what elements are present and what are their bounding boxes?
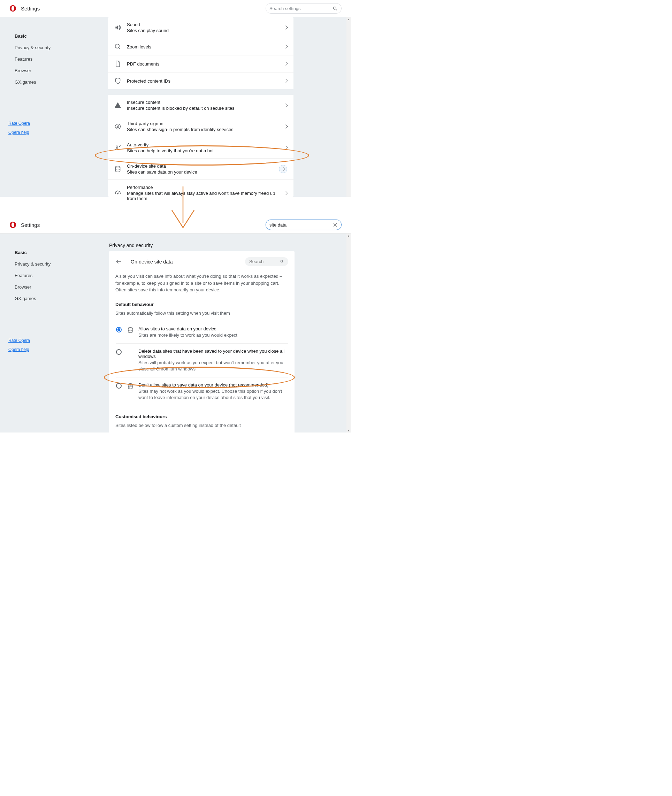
row-insecure[interactable]: Insecure contentInsecure content is bloc…	[108, 95, 293, 116]
row-performance[interactable]: PerformanceManage sites that will always…	[108, 179, 293, 206]
settings-card: SoundSites can play sound Zoom levels PD…	[108, 17, 293, 197]
row-ondevice[interactable]: On-device site dataSites can save data o…	[108, 158, 293, 179]
chevron-right-icon	[284, 125, 288, 128]
row-subtitle: Sites can play sound	[127, 28, 285, 33]
body: Basic Privacy & security Features Browse…	[0, 233, 350, 433]
row-subtitle: Sites can show sign-in prompts from iden…	[127, 127, 285, 132]
row-thirdparty[interactable]: Third-party sign-inSites can show sign-i…	[108, 116, 293, 137]
sidebar-item-basic[interactable]: Basic	[0, 30, 66, 42]
chevron-right-icon	[284, 103, 288, 107]
sidebar-item-label: Features	[14, 273, 32, 278]
sidebar: Basic Privacy & security Features Browse…	[0, 17, 66, 197]
svg-point-4	[115, 44, 120, 48]
search-bar[interactable]	[266, 3, 342, 14]
svg-point-22	[128, 327, 133, 329]
radio-icon[interactable]	[116, 327, 122, 332]
row-title: Zoom levels	[127, 44, 285, 50]
close-icon[interactable]	[333, 222, 338, 228]
opera-help-link[interactable]: Opera help	[8, 130, 30, 135]
sidebar-item-features[interactable]: Features	[0, 53, 66, 65]
radio-icon[interactable]	[116, 383, 122, 388]
radio-option-block[interactable]: Don't allow sites to save data on your d…	[116, 377, 288, 406]
radio-sub: Sites may not work as you would expect. …	[138, 388, 288, 401]
row-title: Performance	[127, 185, 285, 190]
radio-title: Don't allow sites to save data on your d…	[138, 382, 288, 388]
search-icon	[333, 6, 338, 11]
svg-point-9	[115, 166, 120, 168]
row-pdf[interactable]: PDF documents	[108, 55, 293, 72]
sidebar-item-label: GX.games	[14, 296, 36, 301]
verify-icon	[114, 144, 121, 151]
link-label: Opera help	[8, 130, 29, 135]
card-search[interactable]	[245, 257, 288, 266]
chevron-right-highlighted	[279, 165, 287, 173]
back-arrow-icon[interactable]	[115, 258, 122, 265]
radio-option-allow[interactable]: Allow sites to save data on your device …	[116, 321, 288, 343]
search-bar[interactable]	[266, 219, 342, 230]
sidebar-item-label: GX.games	[14, 80, 36, 85]
radio-option-delete[interactable]: Delete data sites that have been saved t…	[116, 343, 288, 377]
svg-line-5	[119, 48, 120, 49]
document-icon	[114, 60, 121, 67]
scroll-up-icon[interactable]: ▴	[346, 233, 350, 238]
sidebar-item-features[interactable]: Features	[0, 270, 66, 281]
radio-sub: Sites will probably work as you expect b…	[138, 360, 288, 372]
sidebar-item-browser[interactable]: Browser	[0, 281, 66, 293]
row-zoom[interactable]: Zoom levels	[108, 38, 293, 55]
card-description: A site you visit can save info about wha…	[115, 273, 288, 293]
sidebar-item-privacy[interactable]: Privacy & security	[0, 258, 66, 270]
database-block-icon	[127, 383, 133, 389]
card-search-input[interactable]	[249, 259, 280, 264]
speedometer-icon	[114, 190, 121, 197]
svg-point-16	[11, 222, 14, 227]
body: Basic Privacy & security Features Browse…	[0, 17, 350, 197]
sidebar-item-label: Privacy & security	[14, 261, 51, 267]
sidebar-item-browser[interactable]: Browser	[0, 65, 66, 76]
radio-icon[interactable]	[116, 349, 122, 355]
sidebar-item-gxgames[interactable]: GX.games	[0, 293, 66, 304]
row-subtitle: Sites can save data on your device	[127, 169, 279, 174]
account-icon	[114, 123, 121, 130]
row-sound[interactable]: SoundSites can play sound	[108, 17, 293, 38]
opera-help-link[interactable]: Opera help	[8, 347, 30, 352]
zoom-icon	[114, 43, 121, 50]
scrollbar[interactable]: ▴ ▾	[346, 233, 350, 433]
sidebar-item-label: Basic	[14, 34, 27, 39]
sidebar-item-basic[interactable]: Basic	[0, 247, 66, 258]
section-gap	[108, 89, 294, 95]
sidebar-item-label: Features	[14, 56, 32, 62]
svg-line-24	[128, 384, 133, 388]
shield-icon	[114, 77, 121, 84]
svg-point-20	[281, 261, 283, 262]
radio-title: Delete data sites that have been saved t…	[138, 348, 288, 359]
scrollbar[interactable]: ▴	[346, 17, 350, 197]
rate-opera-link[interactable]: Rate Opera	[8, 121, 30, 126]
search-input[interactable]	[269, 222, 333, 228]
section-heading: Privacy and security	[109, 233, 294, 251]
card-title: On-device site data	[131, 259, 245, 265]
chevron-right-icon	[284, 79, 288, 83]
customised-heading: Customised behaviours	[115, 414, 288, 419]
chevron-right-icon	[284, 145, 288, 150]
row-title: On-device site data	[127, 163, 279, 169]
scroll-down-icon[interactable]: ▾	[346, 428, 350, 433]
row-protected[interactable]: Protected content IDs	[108, 72, 293, 89]
chevron-right-icon	[284, 62, 288, 66]
row-autoverify[interactable]: Auto-verifySites can help to verify that…	[108, 137, 293, 158]
link-label: Rate Opera	[8, 338, 30, 343]
scroll-up-icon[interactable]: ▴	[346, 17, 350, 21]
chevron-right-icon	[284, 191, 288, 195]
sidebar-item-gxgames[interactable]: GX.games	[0, 76, 66, 88]
default-behaviour-heading: Default behaviour	[115, 302, 288, 307]
customised-sub: Sites listed below follow a custom setti…	[115, 423, 288, 428]
header: Settings	[0, 216, 350, 233]
rate-opera-link[interactable]: Rate Opera	[8, 338, 30, 343]
opera-logo-icon	[9, 221, 17, 229]
sidebar-item-privacy[interactable]: Privacy & security	[0, 42, 66, 53]
sidebar: Basic Privacy & security Features Browse…	[0, 233, 66, 433]
ondevice-card: On-device site data A site you visit can…	[109, 251, 294, 433]
header-title: Settings	[21, 6, 40, 11]
opera-logo-icon	[9, 5, 17, 12]
header: Settings	[0, 0, 350, 17]
search-input[interactable]	[269, 6, 333, 11]
